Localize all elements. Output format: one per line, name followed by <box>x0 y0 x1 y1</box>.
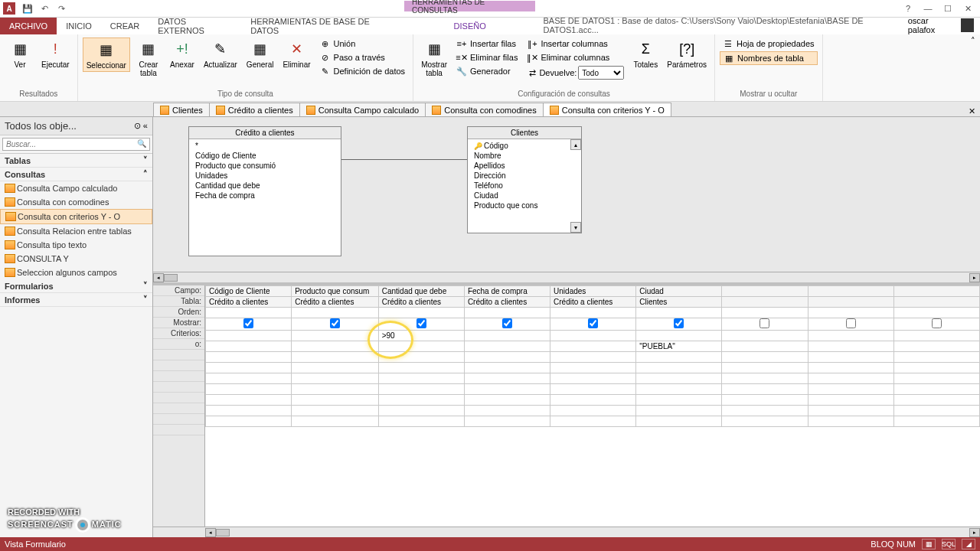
tab-crear[interactable]: CREAR <box>101 18 149 34</box>
qbe-cell[interactable] <box>893 286 979 297</box>
qbe-cell[interactable] <box>292 384 379 395</box>
qbe-cell[interactable] <box>722 416 808 427</box>
qbe-cell[interactable] <box>378 373 464 384</box>
qbe-cell[interactable] <box>893 384 979 395</box>
qbe-cell[interactable] <box>464 331 550 341</box>
qbe-cell[interactable] <box>206 384 292 395</box>
qbe-cell[interactable] <box>636 318 722 331</box>
qbe-cell[interactable]: Clientes <box>636 297 722 308</box>
qbe-cell[interactable] <box>636 363 722 373</box>
table-field[interactable]: Código de Cliente <box>189 151 341 161</box>
qbe-cell[interactable] <box>464 395 550 406</box>
maximize-icon[interactable]: ☐ <box>939 1 957 16</box>
actualizar-button[interactable]: ✎Actualizar <box>201 37 240 70</box>
qbe-cell[interactable] <box>722 297 808 308</box>
qbe-cell[interactable] <box>206 395 292 406</box>
qbe-cell[interactable] <box>378 341 464 352</box>
qbe-cell[interactable] <box>378 352 464 363</box>
show-checkbox[interactable] <box>416 318 426 328</box>
qbe-cell[interactable] <box>464 363 550 373</box>
qbe-cell[interactable] <box>550 384 636 395</box>
qbe-cell[interactable] <box>550 308 636 318</box>
show-checkbox[interactable] <box>243 318 253 328</box>
parametros-button[interactable]: [?]Parámetros <box>664 37 710 70</box>
nav-item-consulta[interactable]: Consulta Relacion entre tablas <box>0 224 152 238</box>
qbe-cell[interactable]: "PUEBLA" <box>636 341 722 352</box>
generador-button[interactable]: 🔧Generador <box>453 65 521 77</box>
general-button[interactable]: ▦General <box>243 37 277 70</box>
qbe-cell[interactable] <box>292 395 379 406</box>
qbe-cell[interactable] <box>464 308 550 318</box>
eliminar-cols-button[interactable]: ‖✕Eliminar columnas <box>524 51 627 64</box>
qbe-cell[interactable] <box>378 384 464 395</box>
nav-header[interactable]: Todos los obje... ⊙ « <box>0 117 152 135</box>
devuelve-select[interactable]: Todo <box>578 66 624 80</box>
qbe-cell[interactable] <box>292 308 379 318</box>
qbe-cell[interactable] <box>808 308 893 318</box>
qbe-cell[interactable] <box>464 384 550 395</box>
tab-herramientas-bd[interactable]: HERRAMIENTAS DE BASE DE DATOS <box>241 18 404 34</box>
hscroll-left-icon[interactable]: ◂ <box>205 528 216 537</box>
qbe-cell[interactable] <box>464 373 550 384</box>
qbe-cell[interactable] <box>722 308 808 318</box>
join-line[interactable] <box>341 159 467 160</box>
nav-collapse-icon[interactable]: ⊙ « <box>134 121 148 131</box>
qbe-cell[interactable] <box>808 318 893 331</box>
qbe-cell[interactable] <box>206 352 292 363</box>
qbe-cell[interactable] <box>893 406 979 416</box>
nav-item-consulta[interactable]: Consulta tipo texto <box>0 238 152 252</box>
qbe-cell[interactable] <box>722 363 808 373</box>
qbe-cell[interactable] <box>550 352 636 363</box>
qbe-cell[interactable]: Crédito a clientes <box>206 297 292 308</box>
qbe-cell[interactable] <box>808 406 893 416</box>
table-field-key[interactable]: Código <box>468 141 581 151</box>
scroll-down-icon[interactable]: ▾ <box>570 222 581 233</box>
qbe-cell[interactable] <box>292 331 379 341</box>
paso-button[interactable]: ⊘Paso a través <box>317 51 409 64</box>
qbe-cell[interactable] <box>636 406 722 416</box>
totales-button[interactable]: ΣTotales <box>630 37 661 70</box>
qbe-cell[interactable] <box>206 373 292 384</box>
qbe-cell[interactable] <box>292 406 379 416</box>
qbe-cell[interactable] <box>206 318 292 331</box>
table-field[interactable]: Producto que consumió <box>189 161 341 171</box>
qbe-cell[interactable] <box>206 331 292 341</box>
show-checkbox[interactable] <box>502 318 512 328</box>
table-field[interactable]: * <box>189 141 341 151</box>
qbe-cell[interactable] <box>722 341 808 352</box>
eliminar-filas-button[interactable]: ≡✕Eliminar filas <box>453 51 521 64</box>
nav-group-tablas[interactable]: Tablas˅ <box>0 154 152 168</box>
doctab-campo-calc[interactable]: Consulta Campo calculado <box>299 103 426 116</box>
qbe-cell[interactable] <box>893 373 979 384</box>
qbe-cell[interactable] <box>722 286 808 297</box>
qbe-cell[interactable] <box>636 373 722 384</box>
eliminar-button[interactable]: ✕Eliminar <box>279 37 313 70</box>
user-area[interactable]: oscar palafox <box>908 16 980 34</box>
nav-item-consulta[interactable]: Consulta Campo calculado <box>0 181 152 195</box>
nav-item-consulta[interactable]: CONSULTA Y <box>0 252 152 266</box>
qbe-cell[interactable] <box>893 331 979 341</box>
table-field[interactable]: Fecha de compra <box>189 191 341 201</box>
table-box-clientes[interactable]: Clientes ▴ CódigoNombreApellidosDirecció… <box>467 126 582 233</box>
qbe-cell[interactable] <box>292 416 379 427</box>
nombres-tabla-button[interactable]: ▦Nombres de tabla <box>720 51 818 65</box>
tab-inicio[interactable]: INICIO <box>57 18 101 34</box>
qbe-cell[interactable] <box>550 395 636 406</box>
qbe-cell[interactable] <box>378 318 464 331</box>
qbe-grid[interactable]: Código de ClienteProducto que consumCant… <box>205 285 980 527</box>
qbe-cell[interactable] <box>206 341 292 352</box>
qbe-cell[interactable] <box>550 318 636 331</box>
tab-diseno[interactable]: DISEÑO <box>445 18 495 34</box>
qbe-cell[interactable]: Unidades <box>550 286 636 297</box>
search-icon[interactable]: 🔍 <box>137 139 146 148</box>
nav-group-formularios[interactable]: Formularios˅ <box>0 279 152 293</box>
qbe-cell[interactable] <box>808 331 893 341</box>
seleccionar-button[interactable]: ▦Seleccionar <box>83 37 130 72</box>
ejecutar-button[interactable]: !Ejecutar <box>38 37 73 70</box>
hscroll-right-icon[interactable]: ▸ <box>969 528 980 537</box>
qbe-cell[interactable] <box>893 363 979 373</box>
qbe-cell[interactable] <box>893 308 979 318</box>
anexar-button[interactable]: +!Anexar <box>167 37 198 70</box>
qat-undo-icon[interactable]: ↶ <box>38 2 51 15</box>
qbe-cell[interactable] <box>636 331 722 341</box>
